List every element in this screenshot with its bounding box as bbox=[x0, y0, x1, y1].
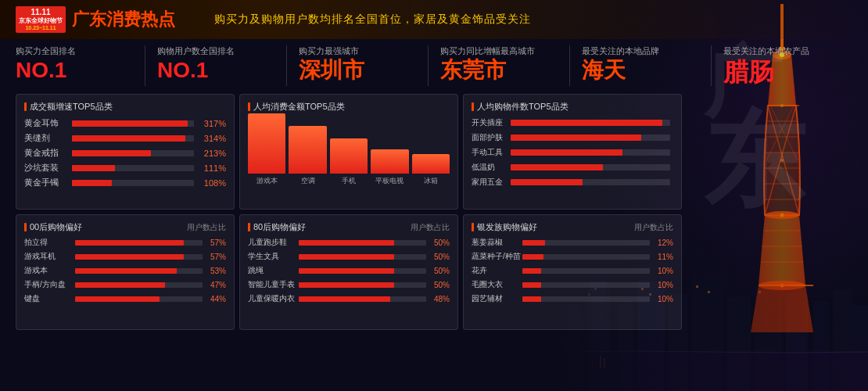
bar-rect bbox=[330, 138, 368, 174]
bar-wrap bbox=[72, 165, 194, 171]
hbar-wrap bbox=[511, 179, 670, 185]
growth-list: 黄金耳饰 317% 美缝剂 314% 黄金戒指 213% 沙坑套装 111% 黄… bbox=[24, 117, 226, 188]
pref-bar bbox=[522, 268, 541, 274]
pref-bar-wrap bbox=[299, 240, 426, 246]
pref80-list: 儿童跑步鞋 50% 学生文具 50% 跳绳 50% 智能儿童手表 50% 儿童保 bbox=[248, 237, 450, 304]
bar-label: 手机 bbox=[342, 176, 356, 186]
stat-label-3: 购买力同比增幅最高城市 bbox=[440, 45, 558, 57]
item-pct: 111% bbox=[199, 163, 226, 173]
pref-bar bbox=[299, 254, 394, 260]
stat-value-1: NO.1 bbox=[157, 59, 274, 83]
pref-bar-wrap bbox=[522, 282, 650, 288]
bar-col: 手机 bbox=[330, 138, 368, 186]
pref-name: 蔬菜种子/种苗 bbox=[472, 251, 522, 262]
pref-bar bbox=[299, 282, 394, 288]
pref-name: 儿童跑步鞋 bbox=[248, 237, 299, 248]
pref-bar bbox=[75, 268, 177, 274]
bar bbox=[72, 150, 151, 156]
pref-name: 手柄/方向盘 bbox=[24, 279, 75, 290]
hbar-item: 开关插座 bbox=[472, 117, 673, 128]
hbar-label: 面部护肤 bbox=[472, 132, 511, 143]
bar bbox=[72, 180, 112, 186]
pref-bar bbox=[522, 282, 541, 288]
hbar-fill bbox=[511, 120, 662, 126]
item-pct: 213% bbox=[199, 149, 226, 158]
province-title: 广东消费热点 bbox=[72, 8, 175, 31]
pref-bar-wrap bbox=[75, 296, 203, 302]
hbar-fill bbox=[511, 135, 641, 141]
stat-label-2: 购买力最强城市 bbox=[299, 45, 416, 57]
hbar-item: 低温奶 bbox=[472, 162, 673, 173]
hbar-item: 家用五金 bbox=[472, 177, 673, 188]
hbar-wrap bbox=[511, 149, 670, 156]
pref-pct: 47% bbox=[206, 281, 226, 289]
card-title-growth: 成交额增速TOP5品类 bbox=[24, 101, 226, 113]
card-pref-80: 80后购物偏好 用户数占比 儿童跑步鞋 50% 学生文具 50% 跳绳 50% … bbox=[239, 214, 458, 330]
pref-title-silver: 银发族购物偏好 bbox=[472, 221, 537, 233]
bar bbox=[72, 135, 185, 142]
pref-item: 儿童保暖内衣 48% bbox=[248, 293, 450, 304]
pref-name: 毛圈大衣 bbox=[472, 279, 522, 290]
item-pct: 314% bbox=[199, 134, 226, 143]
card-pref-silver: 银发族购物偏好 用户数占比 葱姜蒜椒 12% 蔬菜种子/种苗 11% 花卉 10… bbox=[463, 214, 682, 330]
pref-item: 花卉 10% bbox=[472, 265, 673, 276]
card-pref-00: 00后购物偏好 用户数占比 拍立得 57% 游戏耳机 57% 游戏本 53% 手… bbox=[16, 214, 235, 330]
jd-logo: 11.11 京东全球好物节 10.23~11.11 bbox=[16, 6, 66, 33]
pref-name: 园艺辅材 bbox=[472, 293, 522, 304]
bar-label: 平板电视 bbox=[375, 176, 404, 186]
pref-pct: 10% bbox=[654, 281, 673, 289]
list-item: 美缝剂 314% bbox=[24, 132, 226, 144]
bar-col: 平板电视 bbox=[371, 149, 408, 186]
stat-value-4: 海天 bbox=[582, 59, 699, 83]
pref-name: 葱姜蒜椒 bbox=[472, 237, 522, 248]
pref-bar bbox=[299, 296, 390, 302]
pref-pct: 10% bbox=[654, 267, 673, 275]
bar-rect bbox=[412, 154, 450, 174]
pref-item: 手柄/方向盘 47% bbox=[24, 279, 226, 290]
stat-brand: 最受关注的本地品牌 海天 bbox=[570, 45, 712, 86]
item-pct: 108% bbox=[199, 178, 226, 188]
stat-user-count-rank: 购物用户数全国排名 NO.1 bbox=[145, 45, 287, 86]
bar bbox=[72, 120, 188, 127]
prefsilver-list: 葱姜蒜椒 12% 蔬菜种子/种苗 11% 花卉 10% 毛圈大衣 10% 园艺辅 bbox=[472, 237, 673, 304]
logo-area: 11.11 京东全球好物节 10.23~11.11 广东消费热点 bbox=[16, 6, 199, 33]
bar-rect bbox=[248, 113, 285, 174]
pref-bar bbox=[75, 254, 184, 260]
hbar-wrap bbox=[511, 164, 670, 170]
pref-bar-wrap bbox=[299, 268, 426, 274]
pref-bar-wrap bbox=[299, 296, 426, 302]
item-label: 黄金耳饰 bbox=[24, 117, 67, 129]
hbar-fill bbox=[511, 149, 622, 156]
list-item: 黄金耳饰 317% bbox=[24, 117, 226, 129]
card-top5-spend: 人均消费金额TOP5品类 游戏本 空调 手机 平板电视 冰箱 bbox=[239, 94, 458, 210]
pref-subtitle-80: 用户数占比 bbox=[411, 222, 450, 233]
pref-pct: 50% bbox=[430, 267, 450, 275]
item-label: 沙坑套装 bbox=[24, 162, 67, 174]
pref-subtitle-00: 用户数占比 bbox=[187, 222, 226, 233]
card-top5-items: 人均购物件数TOP5品类 开关插座 面部护肤 手动工具 低温奶 家用五金 bbox=[463, 94, 682, 210]
header: 11.11 京东全球好物节 10.23~11.11 广东消费热点 购买力及购物用… bbox=[0, 0, 868, 39]
bar-rect bbox=[371, 149, 408, 174]
pref-name: 智能儿童手表 bbox=[248, 279, 299, 290]
pref-item: 拍立得 57% bbox=[24, 237, 226, 248]
pref-subtitle-silver: 用户数占比 bbox=[634, 222, 673, 233]
pref-pct: 10% bbox=[654, 295, 673, 303]
stat-growth-city: 购买力同比增幅最高城市 东莞市 bbox=[429, 45, 570, 86]
pref-bar bbox=[75, 282, 165, 288]
pref-item: 蔬菜种子/种苗 11% bbox=[472, 251, 673, 262]
pref-item: 智能儿童手表 50% bbox=[248, 279, 450, 290]
card-title-spend: 人均消费金额TOP5品类 bbox=[248, 101, 450, 113]
hbar-label: 手动工具 bbox=[472, 147, 511, 158]
stat-value-3: 东莞市 bbox=[440, 59, 558, 83]
bar-wrap bbox=[72, 180, 194, 186]
tower-area-2 bbox=[687, 214, 852, 330]
pref-bar bbox=[522, 254, 543, 260]
pref-title-00: 00后购物偏好 bbox=[24, 221, 82, 233]
pref-bar-wrap bbox=[522, 240, 650, 246]
bar-col: 游戏本 bbox=[248, 113, 285, 186]
pref-name: 拍立得 bbox=[24, 237, 75, 248]
hbar-wrap bbox=[511, 135, 670, 141]
pref-name: 学生文具 bbox=[248, 251, 299, 262]
bar-rect bbox=[289, 126, 326, 174]
bar bbox=[72, 165, 115, 171]
